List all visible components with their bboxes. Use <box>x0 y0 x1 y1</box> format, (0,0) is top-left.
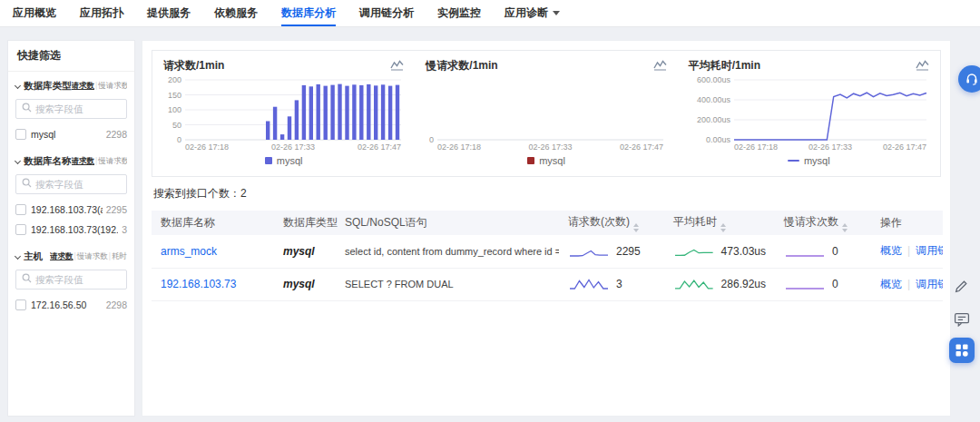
line-chart-icon[interactable] <box>653 59 667 74</box>
checkbox[interactable] <box>15 129 26 140</box>
nav-tab-app-topology[interactable]: 应用拓扑 <box>80 0 123 26</box>
charts-row: 请求数/1min05010015020002-26 17:1802-26 17:… <box>152 50 941 177</box>
legend-item[interactable]: mysql <box>163 152 404 169</box>
chart-plot: 0.00us200.00us400.00us600.00us02-26 17:1… <box>689 76 928 152</box>
metric-link-1[interactable]: 请求数 <box>50 251 74 260</box>
filter-search-input[interactable] <box>35 274 121 285</box>
customer-service-button[interactable] <box>958 65 980 93</box>
survey-button[interactable] <box>951 276 971 296</box>
filter-section-title: 数据库类型 <box>24 80 72 93</box>
search-icon <box>22 273 32 286</box>
metric-link-2[interactable]: 慢请求数 <box>98 81 127 90</box>
action-link-1[interactable]: 概览 <box>880 244 902 257</box>
filter-section-header[interactable]: 数据库名称请求数|慢请求数|耗时 <box>15 155 127 168</box>
filter-option-label: 192.168.103.73(arms_m... <box>31 204 103 215</box>
divider: | <box>95 81 97 90</box>
chart-3: 平均耗时/1min0.00us200.00us400.00us600.00us0… <box>678 51 940 176</box>
line-chart-icon[interactable] <box>390 59 404 74</box>
column-header-5[interactable]: 平均耗时 <box>664 211 775 235</box>
filter-search-input[interactable] <box>35 179 121 190</box>
metric-link-1[interactable]: 请求数 <box>72 156 95 165</box>
chart-plot: 002-26 17:1802-26 17:3302-26 17:47 <box>426 76 665 152</box>
svg-text:02-26 17:47: 02-26 17:47 <box>620 142 663 152</box>
filter-option[interactable]: 192.168.103.73(192.168.103....3 <box>15 220 127 240</box>
apps-button[interactable] <box>949 338 975 363</box>
column-header-3: SQL/NoSQL语句 <box>336 211 559 235</box>
action-link-2[interactable]: 调用链 <box>916 278 943 290</box>
chart-plot: 05010015020002-26 17:1802-26 17:3302-26 … <box>163 76 403 152</box>
sort-icon[interactable] <box>720 223 726 232</box>
nav-tab-app-overview[interactable]: 应用概览 <box>13 0 56 26</box>
svg-text:200.00us: 200.00us <box>697 115 731 124</box>
filter-option[interactable]: 172.16.56.502298 <box>15 295 127 315</box>
metric-link-2[interactable]: 慢请求数 <box>98 156 127 165</box>
filter-option[interactable]: 192.168.103.73(arms_m...2295 <box>15 200 127 220</box>
sort-icon[interactable] <box>633 223 639 232</box>
db-type-value: mysql <box>283 278 315 290</box>
column-header-4[interactable]: 请求数(次数) <box>559 211 664 235</box>
column-header-label: 操作 <box>880 216 902 229</box>
line-chart-icon[interactable] <box>916 59 929 74</box>
svg-text:02-26 17:47: 02-26 17:47 <box>358 142 401 152</box>
nav-tab-instance-monitoring[interactable]: 实例监控 <box>437 0 481 26</box>
db-name-link[interactable]: 192.168.103.73 <box>161 278 236 290</box>
chart-title: 请求数/1min <box>163 58 224 74</box>
legend-marker <box>265 157 272 164</box>
metric-link-1[interactable]: 请求数 <box>72 81 95 90</box>
filter-option-label: mysql <box>31 129 103 140</box>
legend-item[interactable]: mysql <box>689 152 929 169</box>
metric-link-3[interactable]: 耗时 <box>112 251 127 260</box>
svg-text:100: 100 <box>168 105 181 114</box>
action-link-2[interactable]: 调用链 <box>916 244 943 257</box>
cell-actions: 概览|调用链 <box>871 268 943 300</box>
apps-grid-icon <box>956 344 968 357</box>
metric-link-2[interactable]: 慢请求数 <box>77 251 108 260</box>
checkbox[interactable] <box>15 204 26 215</box>
nav-tab-label: 提供服务 <box>147 5 191 21</box>
chevron-down-icon <box>15 252 21 259</box>
cell-slow: 0 <box>775 268 871 300</box>
svg-text:02-26 17:33: 02-26 17:33 <box>271 142 315 152</box>
filter-section-header[interactable]: 数据库类型请求数|慢请求数|耗时 <box>15 80 127 93</box>
caret-down-icon <box>633 229 639 232</box>
column-header-6[interactable]: 慢请求次数 <box>775 211 871 235</box>
chart-1: 请求数/1min05010015020002-26 17:1802-26 17:… <box>152 51 415 176</box>
nav-tab-trace-analysis[interactable]: 调用链分析 <box>359 0 414 26</box>
db-name-link[interactable]: arms_mock <box>161 245 217 258</box>
feedback-button[interactable] <box>952 309 972 329</box>
checkbox[interactable] <box>15 299 26 310</box>
top-nav: 应用概览应用拓扑提供服务依赖服务数据库分析调用链分析实例监控应用诊断 <box>0 0 980 27</box>
legend-label: mysql <box>804 155 830 166</box>
action-link-1[interactable]: 概览 <box>880 278 902 290</box>
metric-value: 2295 <box>616 245 641 258</box>
result-summary-label: 搜索到接口个数： <box>153 187 240 200</box>
filter-search-input[interactable] <box>35 103 121 114</box>
divider: | <box>907 244 910 257</box>
checkbox[interactable] <box>15 224 26 235</box>
nav-tab-dependent-services[interactable]: 依赖服务 <box>214 0 258 26</box>
filter-option-count: 3 <box>122 224 127 235</box>
metric-cell: 473.03us <box>673 245 766 258</box>
filter-option[interactable]: mysql2298 <box>15 124 127 144</box>
nav-tab-app-diagnosis[interactable]: 应用诊断 <box>505 0 560 26</box>
metric-cell: 2295 <box>568 245 655 258</box>
svg-text:200: 200 <box>168 76 181 84</box>
sparkline <box>568 245 610 258</box>
sidebar-title: 快捷筛选 <box>8 41 134 72</box>
cell-requests: 2295 <box>559 235 664 268</box>
svg-text:150: 150 <box>168 91 181 100</box>
column-header-label: 平均耗时 <box>673 215 717 228</box>
column-header-label: 请求数(次数) <box>568 215 630 228</box>
svg-text:02-26 17:33: 02-26 17:33 <box>808 142 852 152</box>
metric-value: 286.92us <box>721 278 766 290</box>
nav-tab-label: 调用链分析 <box>359 5 414 21</box>
caret-down-icon <box>720 229 726 232</box>
sparkline <box>784 245 826 258</box>
svg-text:02-26 17:18: 02-26 17:18 <box>185 142 229 152</box>
nav-tab-provided-services[interactable]: 提供服务 <box>147 0 191 26</box>
nav-tab-database-analysis[interactable]: 数据库分析 <box>281 0 336 26</box>
sort-icon[interactable] <box>842 223 848 232</box>
filter-section-title: 数据库名称 <box>24 155 72 168</box>
legend-item[interactable]: mysql <box>426 152 666 169</box>
filter-section-header[interactable]: 主机请求数|慢请求数|耗时 <box>15 250 127 263</box>
